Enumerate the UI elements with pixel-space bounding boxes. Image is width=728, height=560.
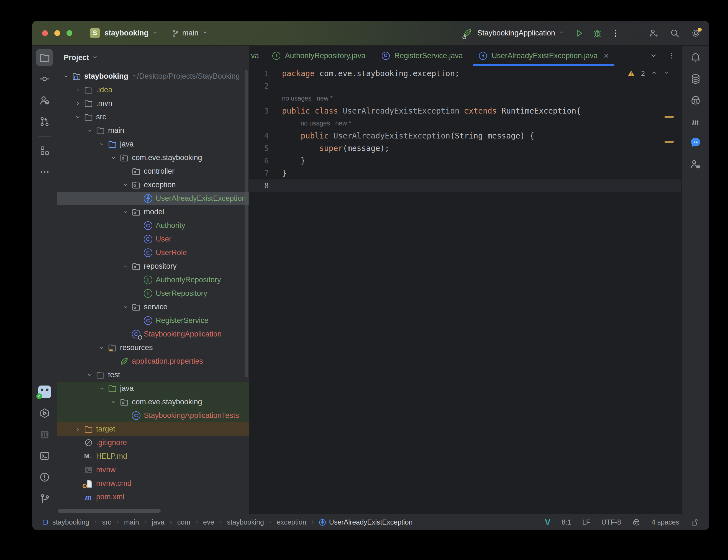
- code-line-8[interactable]: 8: [249, 179, 681, 192]
- tree-item-test[interactable]: test: [57, 368, 249, 382]
- breadcrumb-exception[interactable]: exception: [277, 518, 306, 526]
- breadcrumb-main[interactable]: main: [124, 518, 139, 526]
- plugin-tool-button[interactable]: ✓: [36, 383, 53, 400]
- pull-requests-tool-button[interactable]: ?: [36, 92, 53, 109]
- run-configuration-selector[interactable]: StaybookingApplication: [463, 28, 565, 38]
- tree-item-mvnw[interactable]: mvnw: [57, 463, 249, 477]
- chevron-right-icon[interactable]: [73, 99, 83, 109]
- version-control-tool-button[interactable]: [36, 490, 53, 507]
- search-everywhere-button[interactable]: [670, 28, 680, 38]
- tree-item-resources[interactable]: resources: [57, 341, 249, 355]
- status-caret-position[interactable]: 8:1: [562, 518, 571, 526]
- chevron-down-icon[interactable]: [121, 261, 130, 271]
- chevron-down-icon[interactable]: [97, 343, 107, 353]
- more-tool-windows-tool-button[interactable]: [36, 163, 53, 181]
- breadcrumb-staybooking[interactable]: staybooking: [42, 518, 89, 526]
- warning-stripe-mark[interactable]: [665, 116, 674, 118]
- chevron-down-icon[interactable]: [121, 207, 130, 217]
- tree-item-repository[interactable]: repository: [57, 260, 249, 273]
- tree-item-mvn[interactable]: .mvn: [57, 97, 249, 110]
- commit-tool-button[interactable]: [36, 70, 53, 88]
- code-line-1[interactable]: 1package com.eve.staybooking.exception;: [249, 67, 681, 80]
- code-editor[interactable]: 1package com.eve.staybooking.exception;2…: [249, 66, 681, 514]
- status-v-plugin[interactable]: V: [545, 518, 550, 526]
- partial-tab[interactable]: va: [249, 52, 264, 60]
- code-line-5[interactable]: 5 super(message);: [249, 142, 681, 155]
- warning-stripe-mark[interactable]: [665, 141, 674, 143]
- code-with-me-button[interactable]: [649, 28, 659, 38]
- next-problem-icon[interactable]: [663, 70, 669, 78]
- tree-item-java[interactable]: java: [57, 137, 249, 151]
- inspections-widget[interactable]: 2: [627, 70, 669, 78]
- project-panel-header[interactable]: Project: [57, 46, 249, 70]
- breadcrumb-staybooking[interactable]: staybooking: [227, 518, 264, 526]
- tree-item-staybookingapplicationtests[interactable]: CStaybookingApplicationTests: [57, 409, 249, 422]
- database-tool-button[interactable]: [687, 70, 704, 88]
- tree-item-gitignore[interactable]: .gitignore: [57, 436, 249, 449]
- chevron-down-icon[interactable]: [61, 71, 71, 81]
- tree-item-exception[interactable]: exception: [57, 178, 249, 192]
- breadcrumb-eve[interactable]: eve: [203, 518, 214, 526]
- chevron-down-icon[interactable]: [121, 180, 130, 190]
- status-readonly-toggle[interactable]: [690, 518, 699, 526]
- dev-tools-tool-button[interactable]: [36, 426, 53, 443]
- structure-tool-button[interactable]: [36, 142, 53, 159]
- tree-item-userrole[interactable]: EUserRole: [57, 246, 249, 260]
- breadcrumb-com[interactable]: com: [177, 518, 190, 526]
- copilot-tool-button[interactable]: [687, 92, 704, 109]
- tree-item-service[interactable]: service: [57, 300, 249, 314]
- code-line-6[interactable]: 6 }: [249, 155, 681, 167]
- copilot-chat-tool-button[interactable]: [687, 156, 704, 173]
- tree-item-staybookingapplication[interactable]: CStaybookingApplication: [57, 327, 249, 341]
- inlay-hint-row[interactable]: no usages new *: [249, 117, 681, 130]
- code-line-3[interactable]: 3public class UserAlreadyExistException …: [249, 105, 681, 117]
- tree-item-application-properties[interactable]: application.properties: [57, 355, 249, 368]
- horizontal-scrollbar[interactable]: [58, 509, 161, 513]
- chevron-right-icon[interactable]: [73, 85, 83, 95]
- tree-item-idea[interactable]: .idea: [57, 83, 249, 97]
- breadcrumb-src[interactable]: src: [102, 518, 111, 526]
- chevron-down-icon[interactable]: [97, 384, 107, 394]
- code-line-2[interactable]: 2: [249, 80, 681, 92]
- tree-item-java[interactable]: java: [57, 382, 249, 395]
- tree-item-registerservice[interactable]: CRegisterService: [57, 314, 249, 327]
- minimize-window-button[interactable]: [54, 30, 60, 36]
- tab-authorityrepository-java[interactable]: IAuthorityRepository.java: [264, 46, 373, 66]
- tree-item-useralreadyexistexception[interactable]: UserAlreadyExistException: [57, 192, 249, 205]
- breadcrumb-useralreadyexistexception[interactable]: UserAlreadyExistException: [319, 518, 413, 526]
- tree-item-authority[interactable]: CAuthority: [57, 219, 249, 232]
- chat-tool-button[interactable]: [687, 134, 704, 151]
- chevron-down-icon[interactable]: [109, 153, 119, 163]
- maven-tool-button[interactable]: m: [687, 113, 704, 130]
- project-switcher[interactable]: S staybooking: [90, 28, 158, 38]
- tab-options-icon[interactable]: [667, 52, 675, 60]
- tree-item-userrepository[interactable]: IUserRepository: [57, 287, 249, 300]
- tab-useralreadyexistexception-java[interactable]: UserAlreadyExistException.java×: [471, 46, 617, 66]
- status-indent-style[interactable]: 4 spaces: [652, 518, 679, 526]
- chevron-down-icon[interactable]: [97, 139, 107, 149]
- code-line-4[interactable]: 4 public UserAlreadyExistException(Strin…: [249, 130, 681, 142]
- project-tool-button[interactable]: [36, 49, 53, 66]
- tree-item-src[interactable]: src: [57, 110, 249, 124]
- hidden-tabs-chevron-icon[interactable]: [649, 52, 658, 60]
- tree-item-main[interactable]: main: [57, 124, 249, 137]
- status-copilot-status[interactable]: [632, 518, 640, 526]
- chevron-down-icon[interactable]: [109, 397, 119, 407]
- problems-tool-button[interactable]: [36, 469, 53, 486]
- branch-selector[interactable]: main: [171, 29, 208, 37]
- notifications-tool-button[interactable]: [687, 49, 704, 66]
- zoom-window-button[interactable]: [66, 30, 72, 36]
- chevron-right-icon[interactable]: [73, 424, 83, 434]
- tree-item-help-md[interactable]: M↓HELP.md: [57, 449, 249, 463]
- code-line-7[interactable]: 7}: [249, 167, 681, 179]
- status-line-separator[interactable]: LF: [582, 518, 590, 526]
- chevron-down-icon[interactable]: [73, 112, 83, 122]
- tree-item-model[interactable]: model: [57, 205, 249, 219]
- inlay-hint-row[interactable]: no usages new *: [249, 92, 681, 105]
- services-tool-button[interactable]: [36, 405, 53, 422]
- previous-problem-icon[interactable]: [651, 70, 657, 78]
- tree-item-mvnw-cmd[interactable]: ⚙mvnw.cmd: [57, 477, 249, 490]
- terminal-tool-button[interactable]: [36, 447, 53, 464]
- tree-item-com-eve-staybooking[interactable]: com.eve.staybooking: [57, 395, 249, 409]
- tree-item-target[interactable]: target: [57, 422, 249, 436]
